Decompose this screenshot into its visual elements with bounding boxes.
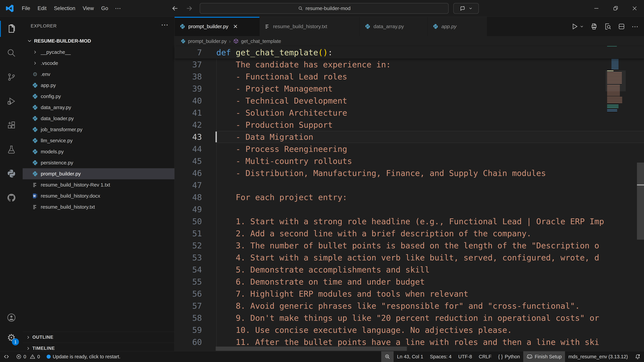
activity-settings[interactable]: ⚙ 1 — [0, 328, 23, 348]
code-line[interactable]: 38 - Functional Lead roles — [174, 70, 644, 83]
activity-source-control[interactable] — [0, 65, 23, 89]
code-line[interactable]: 47 — [174, 179, 644, 191]
minimize-button[interactable] — [587, 0, 606, 17]
python-env-status[interactable]: mds_resume_env (3.13.12) — [565, 351, 631, 362]
code-line[interactable]: 41 - Solution Architecture — [174, 107, 644, 119]
close-window-button[interactable] — [625, 0, 644, 17]
eol-status[interactable]: CRLF — [476, 351, 495, 362]
split-editor-button[interactable] — [618, 23, 625, 30]
folder-row-pycache[interactable]: __pycache__ — [23, 46, 174, 58]
breadcrumb-symbol[interactable]: get_chat_template — [241, 38, 281, 44]
menu-more-icon[interactable]: ⋯ — [112, 3, 124, 13]
notifications-bell[interactable] — [631, 351, 644, 362]
code-line[interactable]: 51 2. Add a second line with a brief des… — [174, 227, 644, 240]
copilot-button[interactable] — [453, 3, 479, 14]
file-row-env[interactable]: ⚙ .env — [23, 69, 174, 80]
code-area[interactable]: 37 The candidate has experience in: 38 -… — [174, 58, 644, 347]
forward-arrow-icon[interactable] — [185, 4, 193, 12]
outline-section-header[interactable]: OUTLINE — [23, 332, 174, 343]
code-line[interactable]: 55 6. Demonstrate on time and under budg… — [174, 276, 644, 288]
tab-app-py[interactable]: app.py — [428, 17, 487, 36]
breadcrumb-file[interactable]: prompt_builder.py — [188, 38, 227, 44]
more-actions-icon[interactable]: ⋯ — [632, 23, 638, 30]
activity-bar: ⚙ 1 — [0, 17, 23, 351]
file-row-history-docx[interactable]: W resume_build_history.docx — [23, 190, 174, 201]
file-row-prompt-builder-py[interactable]: prompt_builder.py — [23, 168, 174, 179]
horizontal-scrollbar[interactable] — [216, 347, 407, 351]
code-line[interactable]: 53 4. Start with a simple action verb li… — [174, 252, 644, 264]
update-status[interactable]: Update is ready, click to restart. — [43, 351, 124, 362]
command-center-search[interactable]: resume-builder-mod — [200, 3, 448, 14]
activity-testing[interactable] — [0, 137, 23, 162]
activity-accounts[interactable] — [0, 308, 23, 328]
code-line-current[interactable]: 43 - Data Migration — [174, 131, 644, 143]
restore-button[interactable] — [606, 0, 625, 17]
code-line[interactable]: 49 — [174, 203, 644, 215]
menu-edit[interactable]: Edit — [34, 4, 50, 13]
vertical-scrollbar[interactable] — [637, 163, 644, 240]
file-row-job-transformer-py[interactable]: job_transformer.py — [23, 124, 174, 135]
cursor-position-status[interactable]: Ln 43, Col 1 — [394, 351, 426, 362]
root-folder-row[interactable]: RESUME-BUILDER-MOD — [23, 35, 174, 46]
tab-label: resume_build_history.txt — [273, 24, 327, 29]
code-line[interactable]: 56 7. Highlight ERP modules and tools wh… — [174, 288, 644, 300]
file-row-data-loader-py[interactable]: data_loader.py — [23, 113, 174, 124]
file-label: data_array.py — [41, 105, 71, 110]
problems-status[interactable]: 0 0 — [13, 351, 43, 362]
zoom-status[interactable] — [381, 351, 394, 362]
menu-view[interactable]: View — [79, 4, 98, 13]
code-line[interactable]: 40 - Technical Development — [174, 95, 644, 107]
menu-selection[interactable]: Selection — [50, 4, 79, 13]
run-button[interactable] — [571, 23, 584, 30]
menu-file[interactable]: File — [18, 4, 34, 13]
file-label: prompt_builder.py — [41, 171, 81, 177]
activity-search[interactable] — [0, 41, 23, 65]
code-line[interactable]: 57 8. Avoid generic phrases like "respon… — [174, 300, 644, 312]
code-line[interactable]: 39 - Project Management — [174, 83, 644, 95]
chevron-right-icon — [32, 60, 38, 66]
code-line[interactable]: 46 - Distribution, Manufacturing, Financ… — [174, 167, 644, 179]
activity-python[interactable] — [0, 162, 23, 186]
file-row-persistence-py[interactable]: persistence.py — [23, 157, 174, 168]
indentation-status[interactable]: Spaces: 4 — [427, 351, 455, 362]
code-line[interactable]: 37 The candidate has experience in: — [174, 58, 644, 70]
menu-go[interactable]: Go — [98, 4, 112, 13]
file-row-models-py[interactable]: models.py — [23, 146, 174, 157]
search-in-file-button[interactable] — [604, 23, 612, 30]
activity-explorer[interactable] — [0, 17, 23, 41]
code-line[interactable]: 58 9. Don't make things up like "20 perc… — [174, 312, 644, 324]
file-row-app-py[interactable]: app.py — [23, 80, 174, 91]
activity-extensions[interactable] — [0, 113, 23, 137]
code-line[interactable]: 48 For each project entry: — [174, 191, 644, 203]
code-line[interactable]: 52 3. The number of bullet points is bas… — [174, 240, 644, 252]
file-row-history-txt[interactable]: resume_build_history.txt — [23, 201, 174, 213]
sticky-scroll-line[interactable]: 7 def get_chat_template(): — [174, 46, 644, 58]
print-button[interactable] — [590, 23, 598, 30]
tab-prompt-builder-py[interactable]: prompt_builder.py ✕ — [174, 17, 260, 36]
tab-data-array-py[interactable]: data_array.py — [360, 17, 428, 36]
function-name: get_chat_template — [236, 48, 318, 57]
file-row-llm-service-py[interactable]: llm_service.py — [23, 135, 174, 146]
activity-run-debug[interactable] — [0, 89, 23, 113]
code-line[interactable]: 44 - Process Reengineering — [174, 143, 644, 155]
encoding-status[interactable]: UTF-8 — [455, 351, 476, 362]
language-status[interactable]: { } Python — [495, 351, 523, 362]
code-line[interactable]: 54 5. Demonstrate accomplishments and sk… — [174, 264, 644, 276]
activity-github[interactable] — [0, 186, 23, 210]
file-row-data-array-py[interactable]: data_array.py — [23, 102, 174, 113]
code-line[interactable]: 59 10. Use concise executive language. N… — [174, 324, 644, 336]
code-line[interactable]: 50 1. Start with a strong role headline … — [174, 215, 644, 227]
minimap-slider[interactable] — [606, 70, 626, 91]
folder-row-vscode[interactable]: .vscode — [23, 58, 174, 69]
tab-resume-build-history-txt[interactable]: resume_build_history.txt — [260, 17, 360, 36]
explorer-more-actions-icon[interactable]: ⋯ — [161, 20, 168, 29]
code-line[interactable]: 42 - Production Support — [174, 119, 644, 131]
back-arrow-icon[interactable] — [171, 4, 179, 12]
code-line[interactable]: 60 11. After the bullet points have a li… — [174, 336, 644, 347]
finish-setup-status[interactable]: Finish Setup — [523, 351, 565, 362]
file-row-history-rev1-txt[interactable]: resume_build_history-Rev 1.txt — [23, 179, 174, 190]
code-line[interactable]: 45 - Multi-country rollouts — [174, 155, 644, 167]
remote-indicator[interactable] — [0, 351, 13, 362]
file-row-config-py[interactable]: config.py — [23, 91, 174, 102]
close-tab-icon[interactable]: ✕ — [233, 23, 238, 30]
